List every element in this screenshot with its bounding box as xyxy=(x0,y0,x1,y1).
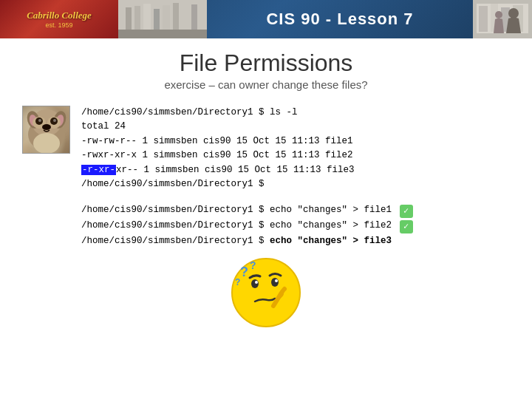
svg-text:?: ? xyxy=(240,265,248,279)
svg-point-35 xyxy=(255,281,258,284)
terminal2-line3-pre: /home/cis90/simmsben/Directory1 $ xyxy=(81,236,270,246)
terminal-line-file3-post: xr-- 1 simmsben cis90 15 Oct 15 11:13 fi… xyxy=(116,165,355,175)
svg-point-17 xyxy=(495,11,502,18)
terminal-line-total: total 24 xyxy=(81,120,510,134)
header-person-photo xyxy=(473,0,532,38)
terminal2-line2: /home/cis90/simmsben/Directory1 $ echo "… xyxy=(81,218,510,233)
svg-point-36 xyxy=(275,279,278,282)
svg-text:?: ? xyxy=(250,259,256,271)
emoji-section: ? ? ? xyxy=(22,256,510,339)
header-title: CIS 90 - Lesson 7 xyxy=(207,10,473,29)
svg-point-16 xyxy=(508,8,519,18)
svg-rect-6 xyxy=(173,3,179,30)
svg-rect-8 xyxy=(191,4,197,30)
svg-rect-12 xyxy=(479,6,488,32)
svg-point-31 xyxy=(33,133,60,154)
terminal2-line3-bold: echo "changes" > file3 xyxy=(270,236,392,246)
thinking-face-svg: ? ? ? xyxy=(229,256,303,330)
terminal-section-1: /home/cis90/simmsben/Directory1 $ ls -l … xyxy=(22,106,510,191)
svg-point-30 xyxy=(42,124,51,130)
terminal-line-end-prompt: /home/cis90/simmsben/Directory1 $ xyxy=(81,177,510,191)
logo-text: Cabrillo College xyxy=(27,10,92,21)
highlight-permissions: -r-xr- xyxy=(81,165,116,175)
thinking-emoji: ? ? ? xyxy=(229,256,303,339)
person-svg xyxy=(473,0,532,38)
svg-point-28 xyxy=(38,119,41,122)
terminal-text-1: /home/cis90/simmsben/Directory1 $ ls -l … xyxy=(81,106,510,191)
svg-rect-4 xyxy=(154,9,160,30)
terminal-line-file1: -rw-rw-r-- 1 simmsben cis90 15 Oct 15 11… xyxy=(81,134,510,149)
logo-area: Cabrillo College est. 1959 xyxy=(0,0,118,38)
terminal2-line1: /home/cis90/simmsben/Directory1 $ echo "… xyxy=(81,202,510,218)
main-content: File Permissions exercise – can owner ch… xyxy=(0,38,532,347)
header-building-photo xyxy=(118,0,207,38)
header: Cabrillo College est. 1959 CIS 90 - Less… xyxy=(0,0,532,38)
terminal-line-file3: -r-xr-xr-- 1 simmsben cis90 15 Oct 15 11… xyxy=(81,163,510,177)
terminal2-line2-text: /home/cis90/simmsben/Directory1 $ echo "… xyxy=(81,220,392,231)
svg-text:?: ? xyxy=(235,277,240,287)
building-svg xyxy=(118,0,207,38)
terminal2-line1-text: /home/cis90/simmsben/Directory1 $ echo "… xyxy=(81,205,392,215)
terminal-section-2: /home/cis90/simmsben/Directory1 $ echo "… xyxy=(81,202,510,248)
svg-rect-3 xyxy=(143,4,151,30)
svg-point-29 xyxy=(53,119,56,122)
logo-est: est. 1959 xyxy=(27,21,92,29)
terminal-line-prompt: /home/cis90/simmsben/Directory1 $ ls -l xyxy=(81,106,510,120)
svg-rect-7 xyxy=(182,7,188,30)
page-title: File Permissions xyxy=(22,50,510,77)
dog-photo xyxy=(22,106,70,154)
svg-rect-1 xyxy=(126,7,132,30)
svg-point-34 xyxy=(271,278,279,287)
terminal2-line3: /home/cis90/simmsben/Directory1 $ echo "… xyxy=(81,233,510,249)
terminal-line-file2: -rwxr-xr-x 1 simmsben cis90 15 Oct 15 11… xyxy=(81,149,510,163)
svg-rect-2 xyxy=(134,6,140,30)
checkmark-file1: ✓ xyxy=(400,205,413,218)
checkmark-file2: ✓ xyxy=(400,220,413,233)
svg-rect-9 xyxy=(118,30,207,38)
svg-point-33 xyxy=(251,279,259,288)
dog-svg xyxy=(23,106,70,154)
page-subtitle: exercise – can owner change these files? xyxy=(22,78,510,91)
svg-rect-5 xyxy=(163,5,170,30)
